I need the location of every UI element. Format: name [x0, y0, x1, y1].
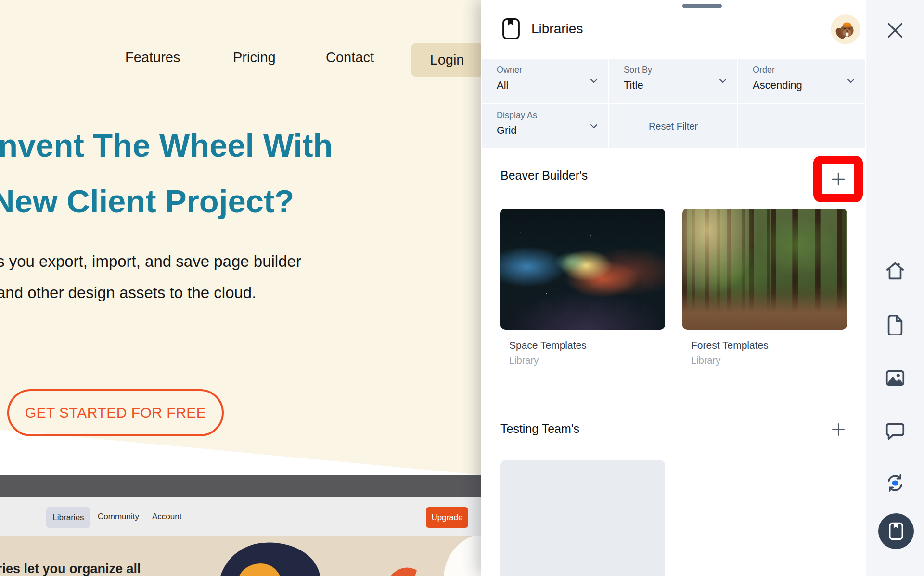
- nav-login-button[interactable]: Login: [411, 43, 481, 77]
- libraries-icon: [887, 522, 905, 541]
- filter-sort-by[interactable]: Sort By Title: [609, 59, 737, 103]
- filter-order[interactable]: Order Ascending: [738, 59, 865, 103]
- section-title-testing-teams: Testing Team's: [500, 422, 579, 436]
- filter-sort-value: Title: [624, 79, 643, 92]
- panel-drag-handle[interactable]: [682, 4, 722, 8]
- screen: Features Pricing Contact Login nvent The…: [0, 0, 924, 576]
- plus-icon: [830, 421, 847, 438]
- chat-icon[interactable]: [884, 420, 906, 442]
- app-preview-content: ries let you organize all: [0, 536, 481, 576]
- app-preview-tab-community: Community: [98, 497, 139, 536]
- illustration-white-circle: [444, 536, 481, 576]
- libraries-active-button[interactable]: [878, 513, 914, 549]
- app-preview-image: Libraries Community Account Upgrade ⋮ ri…: [0, 475, 481, 576]
- app-preview-kebab-icon: ⋮: [477, 510, 481, 524]
- illustration-leaf-shape: [384, 562, 417, 576]
- reset-filter-button[interactable]: Reset Filter: [609, 104, 737, 148]
- hero-heading: nvent The Wheel With New Client Project?: [0, 118, 481, 229]
- libraries-panel: Libraries Owner All: [481, 0, 866, 576]
- close-icon[interactable]: [884, 19, 906, 41]
- chevron-down-icon: [588, 75, 600, 87]
- add-library-highlight-annotation: [813, 156, 863, 202]
- library-card-placeholder[interactable]: [500, 460, 665, 576]
- filter-bar: Owner All Sort By Title Order Ascending: [481, 58, 866, 148]
- card-title-forest: Forest Templates: [691, 340, 769, 351]
- chevron-down-icon: [588, 120, 600, 132]
- filter-sort-label: Sort By: [624, 65, 652, 75]
- libraries-book-icon: [500, 17, 522, 40]
- chevron-down-icon: [845, 75, 857, 87]
- add-library-button[interactable]: [822, 164, 854, 194]
- sync-icon[interactable]: [884, 472, 906, 494]
- filter-display-value: Grid: [497, 124, 517, 137]
- add-library-button-testing[interactable]: [830, 421, 847, 438]
- app-preview-caption: ries let you organize all: [0, 562, 141, 576]
- nav-link-pricing[interactable]: Pricing: [233, 50, 276, 65]
- get-started-button[interactable]: GET STARTED FOR FREE: [7, 389, 224, 436]
- filter-owner[interactable]: Owner All: [482, 59, 608, 103]
- home-icon[interactable]: [884, 260, 906, 282]
- filter-order-value: Ascending: [753, 79, 802, 92]
- hero-body-text: s you export, import, and save page buil…: [0, 246, 481, 308]
- avatar[interactable]: [831, 14, 860, 44]
- chevron-down-icon: [717, 75, 729, 87]
- library-card-space-templates[interactable]: [500, 209, 665, 330]
- card-title-space: Space Templates: [509, 340, 587, 351]
- nav-link-features[interactable]: Features: [125, 50, 180, 65]
- background-webpage: Features Pricing Contact Login nvent The…: [0, 0, 481, 576]
- filter-display-label: Display As: [497, 110, 537, 120]
- hero-heading-line2: New Client Project?: [0, 173, 481, 229]
- hero-body-line1: s you export, import, and save page buil…: [0, 246, 481, 277]
- plus-icon: [830, 170, 847, 188]
- document-icon[interactable]: [884, 313, 906, 335]
- right-icon-rail: [866, 0, 924, 576]
- app-preview-tab-account: Account: [152, 497, 181, 536]
- hero-heading-line1: nvent The Wheel With: [0, 118, 481, 173]
- filter-display-as[interactable]: Display As Grid: [482, 104, 608, 148]
- app-preview-toolbar: Libraries Community Account Upgrade ⋮: [0, 497, 481, 536]
- app-preview-tab-libraries: Libraries: [46, 507, 90, 528]
- hero-body-line2: and other design assets to the cloud.: [0, 277, 481, 308]
- card-subtitle-forest: Library: [691, 355, 720, 366]
- media-icon[interactable]: [884, 367, 906, 389]
- filter-owner-value: All: [497, 79, 508, 92]
- library-card-forest-templates[interactable]: [682, 209, 847, 330]
- app-preview-titlebar: [0, 475, 481, 497]
- app-preview-upgrade-button: Upgrade: [426, 507, 468, 528]
- section-title-beaver-builders: Beaver Builder's: [500, 169, 588, 183]
- card-subtitle-space: Library: [509, 355, 539, 366]
- nav-link-contact[interactable]: Contact: [326, 50, 374, 65]
- filter-empty-cell: [738, 104, 865, 148]
- panel-title: Libraries: [531, 21, 583, 37]
- filter-order-label: Order: [753, 65, 775, 75]
- filter-owner-label: Owner: [497, 65, 522, 75]
